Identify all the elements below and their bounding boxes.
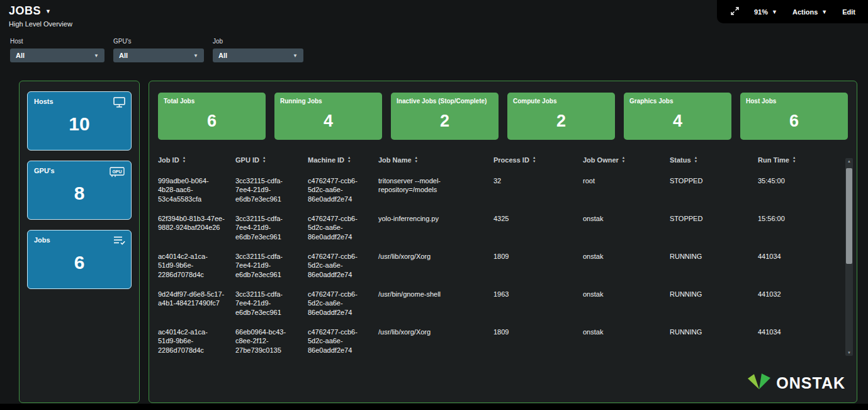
table-cell-machine-id: c4762477-ccb6-5d2c-aa6e-86e0addf2e74	[308, 285, 378, 317]
host-filter-select[interactable]: All ▼	[10, 48, 104, 62]
column-label: Job Owner	[583, 156, 619, 164]
jobs-dashboard: JOBS ▼ High Level Overview 91% ▼ Actions…	[0, 0, 868, 410]
chevron-down-icon: ▼	[772, 9, 777, 15]
column-header-job-id[interactable]: Job ID▲▼	[158, 149, 235, 171]
table-cell-gpu-id: 3cc32115-cdfa-7ee4-21d9-e6db7e3ec961	[235, 209, 308, 241]
table-cell-run-time: 35:45:00	[758, 171, 825, 185]
gpus-card: GPU's GPU 8	[27, 161, 132, 220]
table-cell-machine-id: c4762477-ccb6-5d2c-aa6e-86e0addf2e74	[308, 209, 378, 241]
hosts-card: Hosts 10	[27, 91, 132, 151]
onstak-logo: ONSTAK	[747, 372, 845, 394]
table-row[interactable]: ac4014c2-a1ca-51d9-9b6e-2286d7078d4c66eb…	[158, 322, 825, 360]
fullscreen-button[interactable]	[731, 7, 739, 16]
sort-icon[interactable]: ▲▼	[183, 156, 186, 164]
table-cell-job-owner: onstak	[583, 209, 670, 223]
table-cell-run-time: 441034	[758, 322, 825, 336]
table-cell-status: STOPPED	[670, 171, 758, 185]
table-cell-job-id: 62f394b0-81b3-47ee-9882-924baf204e26	[158, 209, 235, 232]
graphics-jobs-card: Graphics Jobs 4	[624, 93, 731, 140]
gpus-filter-select[interactable]: All ▼	[113, 48, 204, 62]
page-title: JOBS	[9, 4, 41, 18]
table-cell-job-name: /usr/lib/xorg/Xorg	[378, 322, 493, 336]
table-cell-job-id: 9d24df97-d6e8-5c17-a4b1-484217490fc7	[158, 285, 235, 308]
table-cell-process-id: 4325	[493, 209, 583, 223]
host-jobs-card: Host Jobs 6	[740, 93, 848, 140]
table-cell-job-name: /usr/bin/gnome-shell	[378, 285, 493, 299]
actions-label: Actions	[792, 8, 818, 16]
scrollbar-thumb[interactable]	[846, 168, 852, 264]
jobs-card-label: Jobs	[34, 236, 50, 244]
table-row[interactable]: 9d24df97-d6e8-5c17-a4b1-484217490fc73cc3…	[158, 285, 825, 322]
column-header-job-owner[interactable]: Job Owner▲▼	[583, 149, 670, 171]
table-cell-process-id: 1963	[493, 285, 583, 299]
column-label: Job ID	[158, 156, 179, 164]
chevron-down-icon: ▼	[821, 9, 827, 15]
edit-button[interactable]: Edit	[842, 8, 855, 16]
running-jobs-card: Running Jobs 4	[274, 93, 382, 140]
topbar: 91% ▼ Actions ▼ Edit	[717, 0, 868, 23]
column-label: Run Time	[758, 156, 789, 164]
table-cell-run-time: 441034	[758, 247, 825, 261]
scroll-down-icon[interactable]: ▼	[845, 350, 853, 356]
fullscreen-icon	[731, 7, 739, 16]
table-cell-machine-id: c4762477-ccb6-5d2c-aa6e-86e0addf2e74	[308, 322, 378, 355]
table-row[interactable]: 62f394b0-81b3-47ee-9882-924baf204e263cc3…	[158, 209, 825, 247]
scroll-up-icon[interactable]: ▲	[845, 158, 853, 164]
table-scrollbar[interactable]: ▲ ▼	[845, 158, 853, 356]
table-cell-job-owner: root	[583, 171, 670, 185]
table-cell-gpu-id: 66eb0964-bc43-c8ee-2f12-27be739c0135	[235, 322, 308, 355]
gpus-card-label: GPU's	[34, 167, 55, 174]
jobs-table: Job ID▲▼GPU ID▲▼Machine ID▲▼Job Name▲▼Pr…	[158, 149, 825, 360]
column-header-run-time[interactable]: Run Time▲▼	[758, 149, 825, 171]
column-header-job-name[interactable]: Job Name▲▼	[378, 149, 493, 171]
job-filter-label: Job	[213, 38, 303, 45]
table-cell-status: RUNNING	[670, 285, 758, 299]
column-label: Status	[670, 156, 691, 164]
table-cell-process-id: 1809	[493, 247, 583, 261]
table-cell-process-id: 32	[493, 171, 583, 185]
total-jobs-label: Total Jobs	[164, 98, 260, 105]
chevron-down-icon: ▼	[293, 53, 298, 59]
column-header-process-id[interactable]: Process ID▲▼	[493, 149, 583, 171]
table-cell-job-id: ac4014c2-a1ca-51d9-9b6e-2286d7078d4c	[158, 322, 235, 355]
sort-icon[interactable]: ▲▼	[622, 156, 625, 164]
header: JOBS ▼ High Level Overview	[9, 4, 72, 28]
table-cell-run-time: 441032	[758, 285, 825, 299]
table-cell-process-id: 1809	[493, 322, 583, 336]
table-cell-gpu-id: 3cc32115-cdfa-7ee4-21d9-e6db7e3ec961	[235, 171, 308, 203]
column-header-machine-id[interactable]: Machine ID▲▼	[308, 149, 378, 171]
column-header-gpu-id[interactable]: GPU ID▲▼	[235, 149, 308, 171]
sort-icon[interactable]: ▲▼	[694, 156, 697, 164]
gpus-filter-label: GPU's	[113, 38, 204, 45]
summary-panel: Hosts 10 GPU's GPU 8	[19, 81, 140, 403]
table-cell-job-name: yolo-inferrencing.py	[378, 209, 493, 223]
gpus-card-value: 8	[28, 183, 131, 204]
column-label: GPU ID	[235, 156, 259, 164]
table-cell-machine-id: c4762477-ccb6-5d2c-aa6e-86e0addf2e74	[308, 247, 378, 279]
page-subtitle: High Level Overview	[9, 20, 72, 28]
table-cell-machine-id: c4762477-ccb6-5d2c-aa6e-86e0addf2e74	[308, 171, 378, 203]
jobs-card: Jobs 6	[27, 230, 132, 289]
stat-cards-row: Total Jobs 6 Running Jobs 4 Inactive Job…	[158, 93, 848, 140]
table-row[interactable]: ac4014c2-a1ca-51d9-9b6e-2286d7078d4c3cc3…	[158, 247, 825, 285]
sort-icon[interactable]: ▲▼	[415, 156, 418, 164]
table-row[interactable]: 999adbe0-b064-4b28-aac6-53c4a5583cfa3cc3…	[158, 171, 825, 209]
sort-icon[interactable]: ▲▼	[533, 156, 536, 164]
dashboard-selector[interactable]: JOBS ▼	[9, 4, 51, 18]
job-filter-select[interactable]: All ▼	[213, 48, 303, 62]
sort-icon[interactable]: ▲▼	[262, 156, 266, 164]
tasks-icon	[113, 236, 125, 248]
monitor-icon	[113, 97, 125, 110]
table-cell-job-owner: onstak	[583, 322, 670, 336]
sort-icon[interactable]: ▲▼	[347, 156, 351, 164]
zoom-level: 91%	[754, 8, 768, 16]
filter-gpus: GPU's All ▼	[113, 38, 204, 62]
total-jobs-card: Total Jobs 6	[158, 93, 266, 140]
zoom-dropdown[interactable]: 91% ▼	[754, 8, 777, 16]
sort-icon[interactable]: ▲▼	[792, 156, 796, 164]
gpu-icon: GPU	[109, 166, 125, 180]
actions-button[interactable]: Actions ▼	[792, 8, 827, 16]
host-filter-label: Host	[10, 38, 104, 45]
column-header-status[interactable]: Status▲▼	[670, 149, 758, 171]
hosts-card-value: 10	[28, 113, 131, 135]
